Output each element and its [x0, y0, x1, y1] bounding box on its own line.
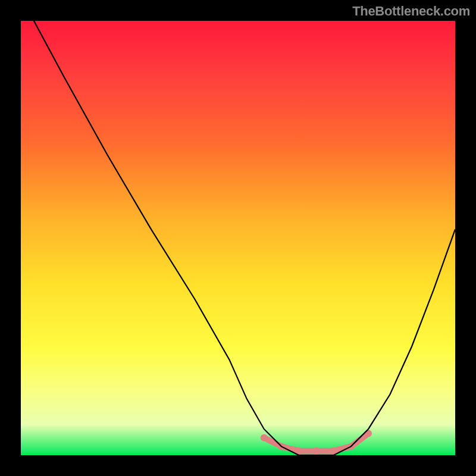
plot-area: [21, 21, 455, 455]
marker-dot: [261, 434, 268, 441]
watermark-text: TheBottleneck.com: [352, 4, 470, 19]
marker-dot: [312, 447, 320, 455]
curve-layer: [21, 21, 455, 455]
chart-frame: TheBottleneck.com: [0, 0, 476, 476]
bottleneck-curve: [34, 21, 455, 455]
